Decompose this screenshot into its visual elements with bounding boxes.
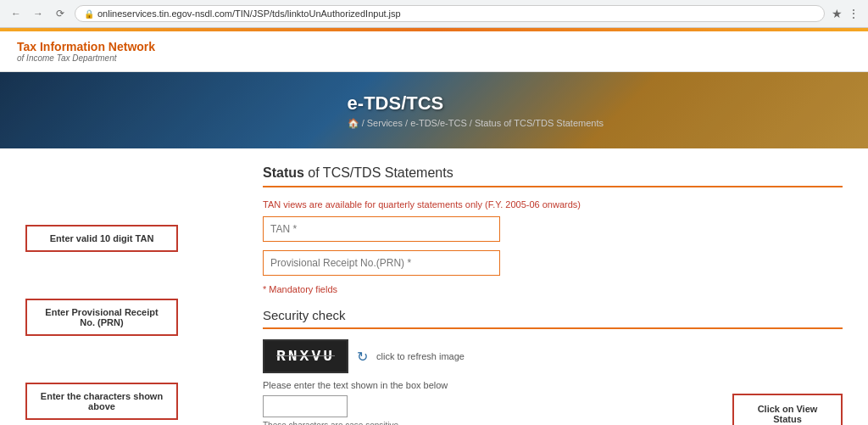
security-rest: check	[309, 308, 345, 322]
mandatory-note: * Mandatory fields	[263, 284, 843, 294]
title-rest: of TCS/TDS Statements	[304, 165, 453, 180]
tan-note: TAN views are available for quarterly st…	[263, 199, 843, 210]
breadcrumb-services-label: Services	[367, 118, 403, 128]
captcha-box-hint: Please enter the text shown in the box b…	[263, 380, 843, 390]
prn-input[interactable]	[263, 250, 500, 276]
title-bold: Status	[263, 165, 304, 180]
refresh-button[interactable]: ⟳	[53, 6, 68, 21]
main-content: Enter valid 10 digit TAN Enter Provision…	[0, 148, 868, 425]
tan-input[interactable]	[263, 216, 500, 242]
prn-callout: Enter Provisional Receipt No. (PRN)	[25, 299, 178, 336]
breadcrumb-status-label: Status of TCS/TDS Statements	[475, 118, 604, 128]
captcha-refresh-button[interactable]: ↻	[357, 349, 368, 365]
captcha-callout: Enter the characters shown above	[25, 383, 178, 420]
lock-icon: 🔒	[84, 9, 94, 19]
home-icon: 🏠	[348, 118, 359, 128]
forward-button[interactable]: →	[31, 6, 46, 21]
bookmark-icon[interactable]: ★	[832, 7, 843, 20]
security-title: Security check	[263, 308, 843, 329]
url-bar[interactable]: 🔒 onlineservices.tin.egov-nsdl.com/TIN/J…	[75, 5, 825, 22]
captcha-row: RNXVU ↻ click to refresh image	[263, 339, 843, 373]
captcha-refresh-hint: click to refresh image	[376, 351, 465, 361]
org-name: Tax Information Network	[17, 40, 851, 53]
security-bold: Security	[263, 308, 309, 322]
captcha-input[interactable]	[263, 395, 348, 417]
browser-actions: ★ ⋮	[832, 7, 860, 20]
breadcrumb-home-link[interactable]: 🏠	[348, 118, 362, 128]
site-header: Tax Information Network of Income Tax De…	[0, 31, 868, 72]
breadcrumb: 🏠 / Services / e-TDS/e-TCS / Status of T…	[348, 118, 868, 129]
form-section-title: Status of TCS/TDS Statements	[263, 165, 843, 187]
refresh-icon: ↻	[357, 350, 368, 364]
tan-callout: Enter valid 10 digit TAN	[25, 225, 178, 252]
hero-banner: e-TDS/TCS 🏠 / Services / e-TDS/e-TCS / S…	[0, 72, 868, 148]
breadcrumb-services-link[interactable]: Services	[367, 118, 405, 128]
org-sub: of Income Tax Department	[17, 53, 851, 63]
form-area: Status of TCS/TDS Statements TAN views a…	[246, 165, 843, 425]
url-text: onlineservices.tin.egov-nsdl.com/TIN/JSP…	[97, 8, 401, 19]
menu-icon[interactable]: ⋮	[848, 7, 860, 20]
breadcrumb-etds-link[interactable]: e-TDS/e-TCS	[410, 118, 470, 128]
view-status-callout: Click on View Status	[732, 394, 843, 425]
captcha-image: RNXVU	[263, 339, 348, 373]
breadcrumb-etds-label: e-TDS/e-TCS	[410, 118, 467, 128]
back-button[interactable]: ←	[8, 6, 24, 21]
browser-chrome: ← → ⟳ 🔒 onlineservices.tin.egov-nsdl.com…	[0, 0, 868, 28]
banner-title: e-TDS/TCS	[348, 92, 868, 115]
callouts-area: Enter valid 10 digit TAN Enter Provision…	[25, 165, 246, 425]
